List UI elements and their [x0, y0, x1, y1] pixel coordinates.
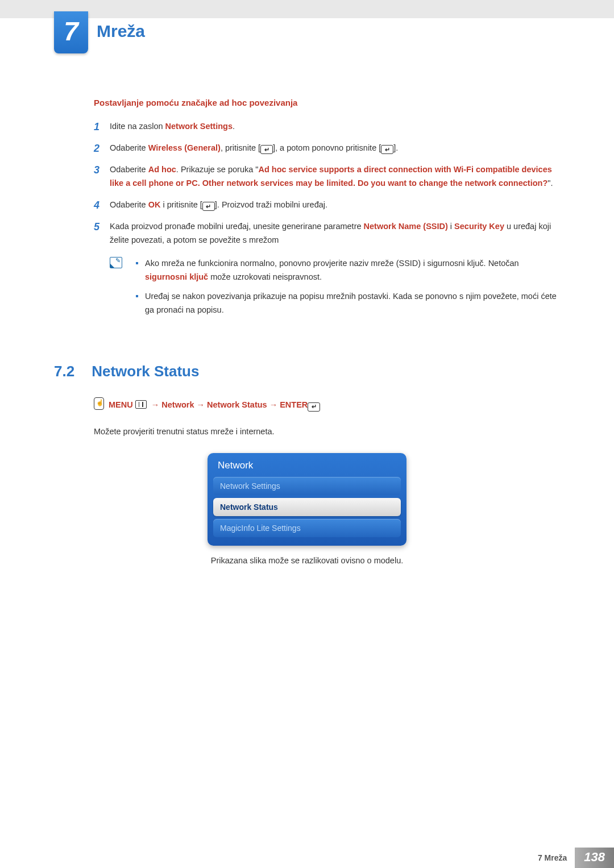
step-text: Odaberite	[110, 200, 148, 209]
chapter-title: Mreža	[97, 11, 614, 41]
highlight: sigurnosni ključ	[145, 272, 208, 281]
highlight: Network Settings	[165, 122, 233, 131]
enter-icon	[381, 145, 393, 154]
subsection-title: Postavljanje pomoću značajke ad hoc pove…	[94, 98, 560, 107]
osd-panel: Network Network Settings Network Status …	[208, 453, 406, 546]
note-bullets: Ako mreža ne funkcionira normalno, ponov…	[134, 257, 560, 323]
note-block: Ako mreža ne funkcionira normalno, ponov…	[110, 257, 560, 323]
step-text: ].	[393, 143, 398, 152]
step-text: ]. Proizvod traži mobilni uređaj.	[215, 200, 327, 209]
step-3: 3 Odaberite Ad hoc. Prikazuje se poruka …	[94, 163, 560, 190]
step-text: Odaberite	[110, 165, 148, 174]
note-bullet-2: Uređaj se nakon povezivanja prikazuje na…	[134, 290, 560, 317]
note-text: može uzrokovati neispravnost.	[208, 272, 322, 281]
section-title: Network Status	[92, 363, 199, 380]
step-list: 1 Idite na zaslon Network Settings. 2 Od…	[94, 120, 560, 247]
note-icon	[110, 257, 122, 268]
osd-item-network-settings[interactable]: Network Settings	[213, 477, 401, 495]
nav-item: Network	[161, 400, 194, 409]
arrow-icon: →	[197, 400, 208, 409]
section-heading: 7.2 Network Status	[54, 363, 560, 380]
step-1: 1 Idite na zaslon Network Settings.	[94, 120, 560, 134]
step-number: 1	[94, 119, 99, 136]
description-text: Možete provjeriti trenutni status mreže …	[94, 425, 560, 438]
arrow-icon: →	[269, 400, 280, 409]
step-text: ], a potom ponovno pritisnite [	[273, 143, 381, 152]
footer-page-number: 138	[575, 848, 614, 868]
nav-item: Network Status	[207, 400, 267, 409]
step-text: . Prikazuje se poruka "	[176, 165, 259, 174]
note-bullet-1: Ako mreža ne funkcionira normalno, ponov…	[134, 257, 560, 284]
highlight: Ad hoc	[148, 165, 176, 174]
chapter-number: 7	[64, 16, 78, 46]
highlight: Wireless (General)	[148, 143, 221, 152]
step-2: 2 Odaberite Wireless (General), pritisni…	[94, 142, 560, 155]
osd-item-network-status[interactable]: Network Status	[213, 498, 401, 516]
step-4: 4 Odaberite OK i pritisnite []. Proizvod…	[94, 198, 560, 212]
navigation-path: MENU → Network → Network Status → ENTER	[94, 397, 560, 412]
highlight: Network Name (SSID)	[364, 222, 448, 231]
step-text: i	[448, 222, 454, 231]
note-text: Ako mreža ne funkcionira normalno, ponov…	[145, 259, 519, 268]
remote-icon	[94, 397, 104, 410]
osd-item-magicinfo[interactable]: MagicInfo Lite Settings	[213, 519, 401, 537]
menu-icon	[135, 400, 147, 409]
step-5: 5 Kada proizvod pronađe mobilni uređaj, …	[94, 220, 560, 247]
enter-icon	[308, 402, 320, 412]
step-number: 2	[94, 140, 99, 157]
enter-icon	[260, 145, 273, 154]
page-footer: 7 Mreža 138	[538, 848, 614, 868]
page-content: Postavljanje pomoću značajke ad hoc pove…	[0, 41, 614, 565]
osd-title: Network	[208, 453, 406, 477]
chapter-header: 7 Mreža	[0, 11, 614, 41]
step-text: .	[233, 122, 235, 131]
step-text: ".	[547, 178, 553, 188]
highlight: OK	[148, 200, 161, 209]
section-number: 7.2	[54, 363, 74, 380]
step-text: Odaberite	[110, 143, 148, 152]
chapter-number-badge: 7	[54, 11, 88, 53]
step-number: 4	[94, 197, 99, 214]
step-text: Kada proizvod pronađe mobilni uređaj, un…	[110, 222, 364, 231]
enter-icon	[202, 202, 215, 211]
nav-menu-label: MENU	[109, 400, 133, 409]
step-number: 3	[94, 162, 99, 179]
step-text: , pritisnite [	[221, 143, 260, 152]
footer-label: 7 Mreža	[538, 853, 567, 862]
arrow-icon: →	[151, 400, 162, 409]
nav-enter-label: ENTER	[280, 400, 308, 409]
step-text: i pritisnite [	[160, 200, 202, 209]
step-text: Idite na zaslon	[110, 122, 165, 131]
step-number: 5	[94, 219, 99, 236]
image-caption: Prikazana slika može se razlikovati ovis…	[54, 556, 560, 565]
highlight: Security Key	[454, 222, 504, 231]
